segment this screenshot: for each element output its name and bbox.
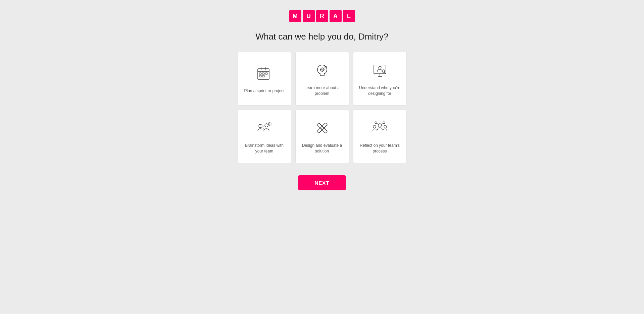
card-plan-sprint-label: Plan a sprint or project	[244, 88, 284, 94]
svg-point-40	[375, 122, 377, 124]
svg-line-31	[270, 125, 271, 126]
svg-rect-4	[259, 73, 261, 74]
card-design-evaluate-label: Design and evaluate a solution	[300, 143, 345, 154]
team-brainstorm-icon: 1 2	[254, 119, 275, 139]
cards-grid: Plan a sprint or project Learn more abou…	[238, 52, 407, 163]
svg-point-9	[320, 68, 324, 71]
tools-cross-icon	[312, 119, 332, 139]
svg-line-30	[268, 123, 269, 123]
logo-letter-m: M	[289, 10, 301, 22]
card-understand-users[interactable]: Understand who you're designing for	[353, 52, 407, 106]
card-design-evaluate[interactable]: Design and evaluate a solution	[295, 110, 349, 163]
svg-point-23	[265, 124, 268, 127]
svg-line-21	[384, 72, 385, 73]
card-reflect-process[interactable]: Reflect on your team's process	[353, 110, 407, 163]
logo-letter-r: R	[316, 10, 328, 22]
calendar-sprint-icon	[254, 64, 275, 84]
card-learn-problem[interactable]: Learn more about a problem	[295, 52, 349, 106]
svg-point-37	[378, 124, 382, 127]
svg-rect-7	[259, 75, 261, 77]
svg-point-25	[269, 124, 270, 125]
card-reflect-process-label: Reflect on your team's process	[357, 143, 402, 154]
svg-point-19	[379, 66, 381, 69]
next-button[interactable]: NEXT	[298, 175, 345, 190]
svg-point-10	[321, 69, 323, 70]
svg-point-39	[384, 125, 387, 128]
svg-point-41	[383, 122, 385, 124]
svg-rect-5	[262, 73, 264, 74]
brain-gear-icon	[312, 61, 332, 81]
logo: MURAL	[289, 10, 355, 22]
svg-point-36	[321, 128, 323, 130]
svg-point-22	[259, 124, 262, 128]
logo-letter-a: A	[330, 10, 342, 22]
svg-line-43	[381, 123, 383, 124]
card-brainstorm[interactable]: 1 2 Brainstorm ideas with your team	[238, 110, 291, 163]
card-plan-sprint[interactable]: Plan a sprint or project	[238, 52, 291, 106]
card-learn-problem-label: Learn more about a problem	[300, 85, 345, 97]
svg-rect-6	[265, 73, 267, 74]
svg-line-42	[377, 123, 379, 124]
logo-letter-l: L	[343, 10, 355, 22]
page-title: What can we help you do, Dmitry?	[256, 32, 389, 42]
svg-text:2: 2	[262, 127, 264, 130]
logo-letter-u: U	[303, 10, 315, 22]
team-reflect-icon	[370, 119, 390, 139]
card-understand-users-label: Understand who you're designing for	[357, 85, 402, 97]
svg-point-38	[373, 125, 376, 128]
svg-rect-8	[262, 75, 264, 77]
card-brainstorm-label: Brainstorm ideas with your team	[242, 143, 287, 154]
user-screen-icon	[370, 61, 390, 81]
